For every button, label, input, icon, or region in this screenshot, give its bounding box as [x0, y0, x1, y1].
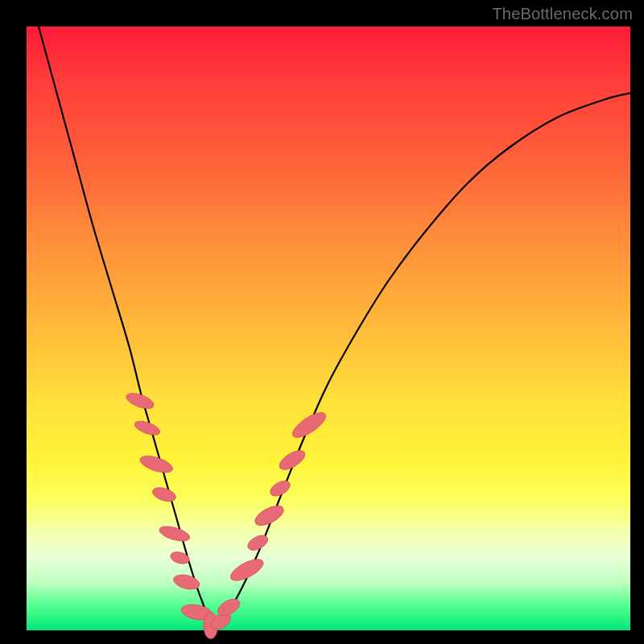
- chart-frame: [27, 27, 630, 630]
- bead: [246, 532, 270, 553]
- bead: [169, 550, 191, 566]
- bead: [133, 419, 162, 438]
- bottleneck-curve: [39, 27, 630, 625]
- bead: [158, 523, 192, 543]
- bead-group: [125, 390, 329, 639]
- bottleneck-chart: [27, 27, 630, 630]
- bead: [151, 485, 177, 504]
- watermark-text: TheBottleneck.com: [492, 5, 633, 23]
- bead: [228, 555, 266, 584]
- bead: [289, 408, 329, 442]
- bead: [276, 447, 308, 473]
- bead: [138, 452, 175, 476]
